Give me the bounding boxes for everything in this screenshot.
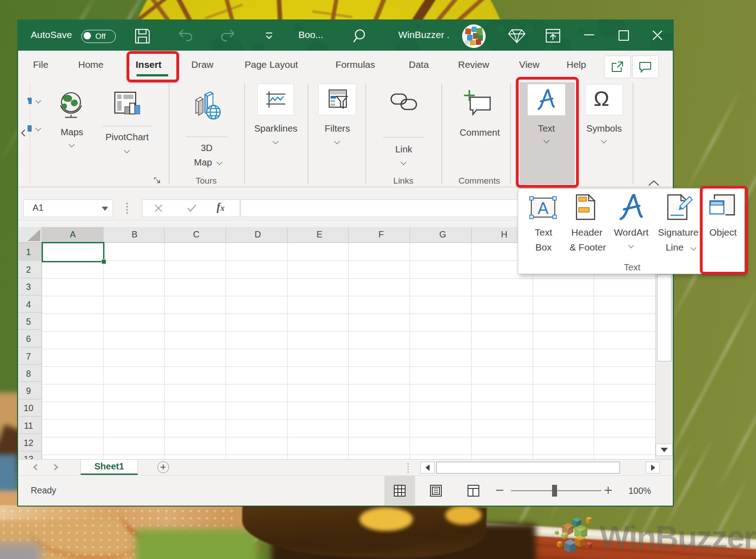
svg-text:A: A: [538, 199, 548, 218]
